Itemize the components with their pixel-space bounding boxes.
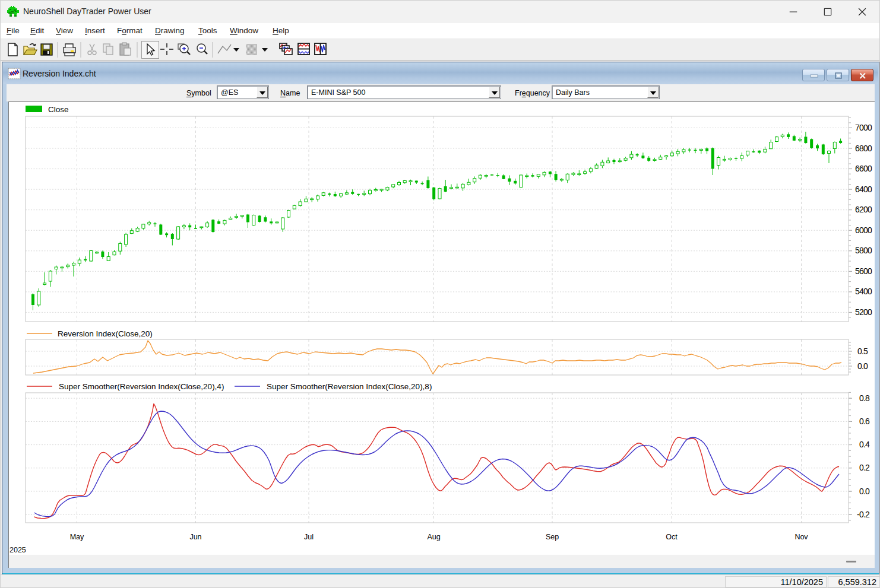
svg-text:Reversion Index(Close,20): Reversion Index(Close,20): [58, 329, 153, 338]
svg-text:0.0: 0.0: [859, 487, 870, 496]
svg-text:6200: 6200: [855, 205, 872, 214]
svg-text:Aug: Aug: [427, 533, 440, 541]
svg-text:Sep: Sep: [546, 533, 559, 541]
svg-text:5400: 5400: [855, 287, 872, 296]
svg-text:0.5: 0.5: [857, 347, 868, 356]
svg-text:Super Smoother(Reversion Index: Super Smoother(Reversion Index(Close,20)…: [59, 382, 224, 391]
svg-text:0.0: 0.0: [857, 361, 868, 371]
svg-text:6000: 6000: [855, 225, 872, 235]
svg-text:Nov: Nov: [794, 533, 808, 541]
svg-text:0.2: 0.2: [859, 463, 870, 472]
svg-text:May: May: [70, 533, 84, 541]
svg-text:0.8: 0.8: [859, 393, 870, 403]
svg-text:-0.2: -0.2: [857, 510, 870, 519]
svg-text:6600: 6600: [855, 164, 872, 173]
svg-text:Jun: Jun: [189, 533, 201, 541]
svg-text:Jul: Jul: [304, 533, 314, 541]
svg-text:0.6: 0.6: [859, 417, 870, 426]
svg-text:5800: 5800: [855, 246, 872, 255]
svg-text:6800: 6800: [855, 144, 872, 153]
svg-text:0.4: 0.4: [859, 440, 870, 449]
svg-text:Super Smoother(Reversion Index: Super Smoother(Reversion Index(Close,20)…: [267, 382, 432, 391]
svg-text:6400: 6400: [855, 185, 872, 194]
svg-text:Close: Close: [48, 105, 69, 114]
svg-text:7000: 7000: [855, 123, 872, 132]
svg-text:2025: 2025: [10, 546, 26, 554]
svg-text:Oct: Oct: [666, 533, 678, 541]
svg-text:5600: 5600: [855, 266, 872, 276]
svg-text:5200: 5200: [855, 307, 872, 317]
